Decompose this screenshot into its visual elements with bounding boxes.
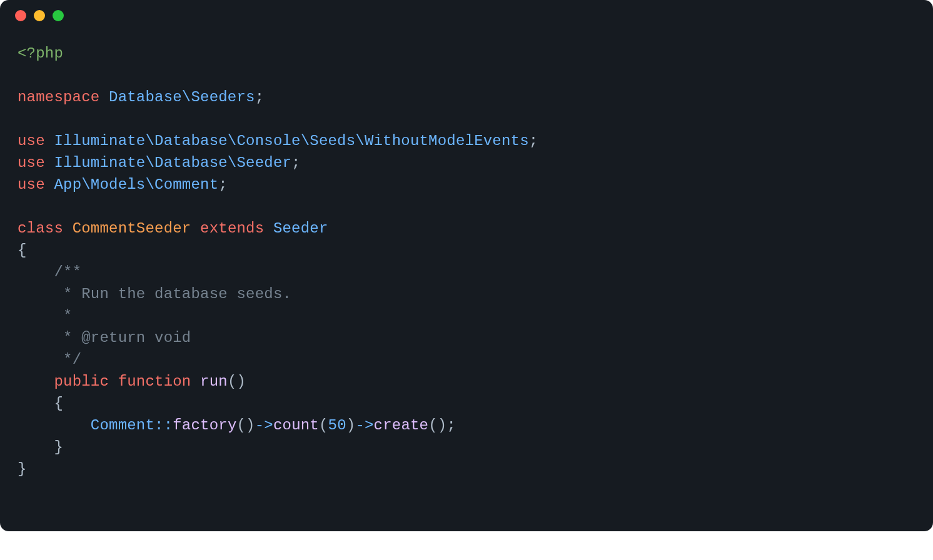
paren-open: ( (319, 417, 328, 434)
use-import-1: Illuminate\Database\Console\Seeds\Withou… (54, 132, 528, 149)
semicolon: ; (446, 417, 456, 434)
arrow-op: -> (355, 417, 373, 434)
docblock-line: * Run the database seeds. (54, 286, 291, 302)
double-colon: :: (154, 417, 173, 434)
editor-window: <?php namespace Database\Seeders; use Il… (0, 0, 933, 531)
keyword-extends: extends (200, 220, 264, 237)
php-open-tag: <?php (18, 45, 63, 62)
semicolon: ; (255, 89, 265, 106)
window-titlebar (0, 0, 933, 31)
keyword-use: use (18, 154, 45, 171)
paren-close: ) (246, 417, 255, 434)
method-factory: factory (173, 417, 236, 434)
paren-close: ) (237, 373, 246, 390)
parent-class: Seeder (273, 220, 328, 237)
window-minimize-icon[interactable] (34, 10, 45, 21)
namespace-path: Database\Seeders (109, 89, 255, 106)
use-import-2: Illuminate\Database\Seeder (54, 154, 291, 171)
keyword-public: public (54, 373, 109, 390)
docblock-line: * @return void (54, 329, 191, 346)
paren-open: ( (228, 373, 237, 390)
brace-close: } (18, 461, 27, 478)
paren-close: ) (438, 417, 447, 434)
use-import-3: App\Models\Comment (54, 176, 218, 193)
keyword-use: use (18, 176, 45, 193)
paren-close: ) (346, 417, 356, 434)
arrow-op: -> (255, 417, 273, 434)
keyword-use: use (18, 132, 45, 149)
semicolon: ; (291, 154, 301, 171)
method-count: count (273, 417, 319, 434)
arg-50: 50 (328, 417, 346, 434)
brace-open: { (54, 395, 63, 412)
brace-close: } (54, 439, 63, 456)
call-target: Comment (91, 417, 154, 434)
code-block: <?php namespace Database\Seeders; use Il… (0, 31, 933, 498)
method-create: create (374, 417, 429, 434)
paren-open: ( (236, 417, 246, 434)
keyword-function: function (118, 373, 191, 390)
method-run: run (200, 373, 228, 390)
class-name: CommentSeeder (73, 220, 191, 237)
semicolon: ; (218, 176, 228, 193)
window-close-icon[interactable] (15, 10, 26, 21)
keyword-namespace: namespace (18, 89, 99, 106)
docblock-line: */ (54, 351, 81, 368)
brace-open: { (18, 242, 27, 259)
window-zoom-icon[interactable] (53, 10, 64, 21)
keyword-class: class (18, 220, 63, 237)
docblock-line: * (54, 308, 72, 324)
docblock-line: /** (54, 264, 81, 281)
paren-open: ( (428, 417, 438, 434)
semicolon: ; (529, 132, 538, 149)
